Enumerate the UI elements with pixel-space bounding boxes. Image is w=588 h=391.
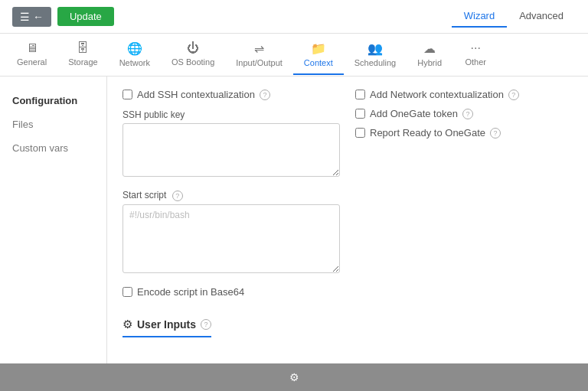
sidebar: Configuration Files Custom vars	[0, 77, 107, 391]
left-column: Add SSH contextualization ? SSH public k…	[122, 89, 340, 337]
tab-storage-label: Storage	[68, 57, 98, 67]
tab-scheduling-label: Scheduling	[354, 58, 396, 67]
other-icon: ···	[471, 41, 481, 55]
tab-os-booting[interactable]: ⏻ OS Booting	[161, 35, 225, 74]
os-booting-icon: ⏻	[187, 41, 199, 55]
encode-script-row: Encode script in Base64	[122, 286, 340, 298]
start-script-label: Start script ?	[122, 190, 340, 201]
network-icon: 🌐	[127, 41, 142, 56]
ssh-key-label: SSH public key	[122, 109, 340, 120]
gear-icon: ⚙	[122, 318, 132, 331]
tab-hybrid[interactable]: ☁ Hybrid	[407, 35, 452, 75]
user-inputs-help-icon[interactable]: ?	[201, 319, 211, 330]
network-ctx-help-icon[interactable]: ?	[508, 90, 519, 100]
main-layout: Configuration Files Custom vars Add SSH …	[0, 77, 588, 391]
start-script-help-icon[interactable]: ?	[172, 191, 183, 201]
network-ctx-label: Add Network contextualization	[370, 89, 504, 100]
network-ctx-row: Add Network contextualization ?	[355, 89, 573, 100]
content-area: Add SSH contextualization ? SSH public k…	[107, 77, 588, 391]
start-script-group: Start script ?	[122, 190, 340, 275]
user-inputs-label: User Inputs	[137, 318, 196, 331]
sidebar-item-files[interactable]: Files	[0, 112, 106, 136]
hybrid-icon: ☁	[423, 41, 436, 56]
ssh-contextualization-label: Add SSH contextualization	[137, 89, 255, 100]
onegate-token-checkbox[interactable]	[355, 109, 365, 119]
back-icon: ☰ ←	[20, 11, 44, 23]
ssh-key-group: SSH public key	[122, 109, 340, 179]
start-script-textarea[interactable]	[122, 204, 340, 273]
report-ready-checkbox[interactable]	[355, 128, 365, 138]
sidebar-item-configuration[interactable]: Configuration	[0, 89, 106, 112]
encode-script-label: Encode script in Base64	[137, 286, 244, 298]
tab-other-label: Other	[465, 57, 486, 67]
tab-storage[interactable]: 🗄 Storage	[57, 35, 109, 74]
report-ready-label: Report Ready to OneGate	[370, 127, 485, 138]
top-bar: ☰ ← Update Wizard Advanced	[0, 0, 588, 34]
tab-os-booting-label: OS Booting	[172, 57, 214, 67]
right-column: Add Network contextualization ? Add OneG…	[355, 89, 573, 337]
tab-navigation: 🖥 General 🗄 Storage 🌐 Network ⏻ OS Booti…	[0, 34, 588, 77]
update-button[interactable]: Update	[57, 7, 114, 26]
tab-context-label: Context	[304, 58, 333, 67]
ssh-contextualization-row: Add SSH contextualization ?	[122, 89, 340, 100]
report-ready-help-icon[interactable]: ?	[490, 128, 501, 138]
start-script-label-text: Start script	[122, 190, 166, 200]
tab-general-label: General	[17, 57, 47, 67]
back-button[interactable]: ☰ ←	[12, 7, 51, 27]
tab-scheduling[interactable]: 👥 Scheduling	[344, 35, 407, 75]
tab-network-label: Network	[119, 58, 150, 67]
tab-input-output-label: Input/Output	[236, 58, 283, 67]
ssh-key-textarea[interactable]	[122, 123, 340, 177]
tab-input-output[interactable]: ⇌ Input/Output	[225, 35, 293, 75]
top-bar-left: ☰ ← Update	[12, 7, 114, 27]
tab-network[interactable]: 🌐 Network	[109, 35, 161, 75]
two-col-layout: Add SSH contextualization ? SSH public k…	[122, 89, 573, 337]
tab-hybrid-label: Hybrid	[417, 58, 442, 67]
scheduling-icon: 👥	[368, 41, 383, 56]
tab-general[interactable]: 🖥 General	[6, 35, 57, 74]
bottom-bar-icon: ⚙	[289, 371, 299, 383]
general-icon: 🖥	[26, 41, 38, 55]
report-ready-row: Report Ready to OneGate ?	[355, 127, 573, 138]
tab-advanced[interactable]: Advanced	[507, 5, 576, 28]
onegate-token-row: Add OneGate token ?	[355, 108, 573, 119]
network-ctx-checkbox[interactable]	[355, 90, 365, 99]
onegate-token-help-icon[interactable]: ?	[462, 109, 473, 119]
ssh-contextualization-help-icon[interactable]: ?	[260, 90, 270, 100]
bottom-bar: ⚙	[0, 363, 588, 391]
ssh-contextualization-checkbox[interactable]	[122, 90, 132, 99]
sidebar-item-custom-vars[interactable]: Custom vars	[0, 136, 106, 160]
encode-script-checkbox[interactable]	[122, 287, 132, 297]
view-tabs: Wizard Advanced	[452, 5, 576, 28]
tab-other[interactable]: ··· Other	[452, 35, 498, 74]
input-output-icon: ⇌	[254, 41, 264, 56]
tab-context[interactable]: 📁 Context	[293, 35, 344, 75]
onegate-token-label: Add OneGate token	[370, 108, 458, 119]
tab-wizard[interactable]: Wizard	[452, 5, 507, 28]
storage-icon: 🗄	[77, 41, 89, 55]
context-icon: 📁	[311, 41, 326, 56]
user-inputs-section: ⚙ User Inputs ?	[122, 318, 211, 337]
